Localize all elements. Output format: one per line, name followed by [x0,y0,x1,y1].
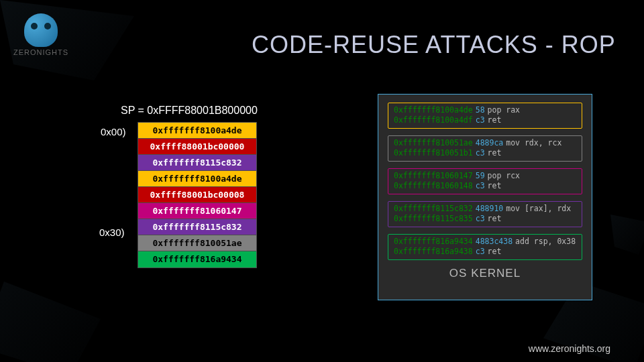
footer-url: www.zeronights.org [529,343,610,354]
stack-cell: 0xfffffff8115c832 [138,155,256,171]
gadget-line: 0xfffffff8100a4dfc3ret [394,115,576,125]
gadget-line: 0xfffffff8115c835c3ret [394,214,576,224]
gadget-box: 0xfffffff816a94344883c438add rsp, 0x380x… [388,234,582,260]
mascot-icon [24,13,58,47]
stack-cell: 0xfffffff810051ae [138,235,256,251]
gadget-box: 0xfffffff8115c832488910mov [rax], rdx0xf… [388,201,582,227]
stack-cell: 0xfffffff81060147 [138,203,256,219]
gadget-line: 0xfffffff81060148c3ret [394,181,576,191]
stack-cell: 0xfffffff8100a4de [138,171,256,187]
gadget-line: 0xfffffff810051b1c3ret [394,148,576,158]
gadget-box: 0xfffffff810051ae4889camov rdx, rcx0xfff… [388,135,582,162]
gadget-line: 0xfffffff810051ae4889camov rdx, rcx [394,138,576,148]
rop-stack: 0xfffffff8100a4de0xffff88001bc000000xfff… [138,122,257,268]
gadget-line: 0xfffffff816a9438c3ret [394,247,576,257]
brand-name: ZERONIGHTS [13,48,68,56]
gadget-line: 0xfffffff816a94344883c438add rsp, 0x38 [394,237,576,247]
offset-label-start: 0x00) [101,126,126,137]
decor-shard [610,215,644,255]
kernel-panel: 0xfffffff8100a4de58pop rax0xfffffff8100a… [378,94,592,300]
offset-label-after: 0x30) [99,227,125,238]
stack-cell: 0xfffffff816a9434 [138,251,256,267]
gadget-line: 0xfffffff8106014759pop rcx [394,171,576,181]
gadget-line: 0xfffffff8100a4de58pop rax [394,105,576,115]
stack-pointer-label: SP = 0xFFFF88001B800000 [121,105,258,117]
stack-cell: 0xffff88001bc00000 [138,139,256,155]
stack-cell: 0xfffffff8100a4de [138,123,256,139]
gadget-box: 0xfffffff8100a4de58pop rax0xfffffff8100a… [388,103,582,129]
slide-title: CODE-REUSE ATTACKS - ROP [252,31,616,59]
gadget-line: 0xfffffff8115c832488910mov [rax], rdx [394,204,576,214]
gadget-list: 0xfffffff8100a4de58pop rax0xfffffff8100a… [388,103,582,260]
stack-cell: 0xfffffff8115c832 [138,219,256,235]
gadget-box: 0xfffffff8106014759pop rcx0xfffffff81060… [388,168,582,194]
kernel-label: OS KERNEL [388,267,582,280]
decor-shard [0,282,101,362]
stack-cell: 0xffff88001bc00008 [138,187,256,203]
brand-logo: ZERONIGHTS [13,13,68,56]
